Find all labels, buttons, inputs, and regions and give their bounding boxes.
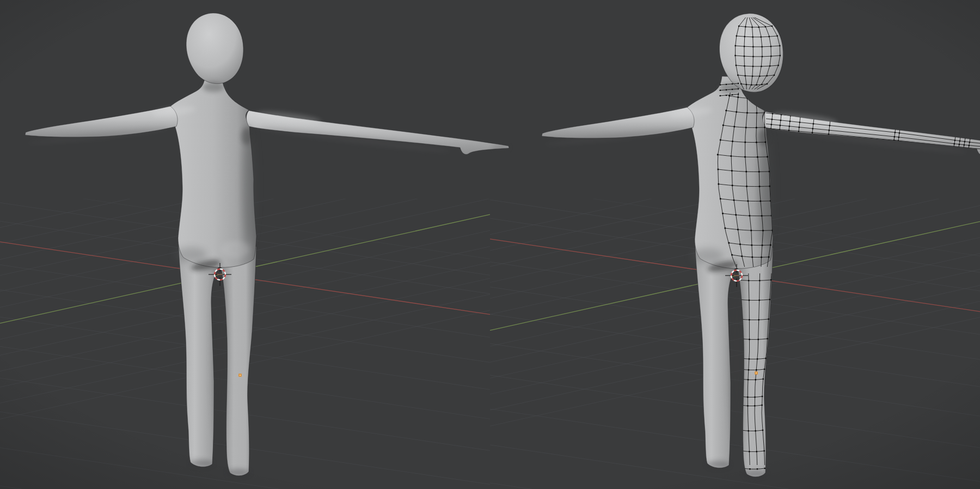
mesh-vertex[interactable] [767, 338, 768, 339]
mesh-vertex[interactable] [728, 242, 730, 244]
mesh-vertex[interactable] [761, 215, 763, 217]
mesh-vertex[interactable] [748, 369, 749, 370]
mesh-vertex[interactable] [761, 256, 762, 258]
mesh-vertex[interactable] [762, 430, 763, 431]
mesh-vertex[interactable] [747, 396, 748, 398]
mesh-vertex[interactable] [739, 243, 741, 245]
selected-vertex[interactable] [755, 371, 758, 375]
mesh-vertex[interactable] [764, 468, 765, 469]
mesh-vertex[interactable] [755, 379, 756, 380]
mesh-vertex[interactable] [749, 299, 750, 301]
mesh-vertex[interactable] [959, 144, 960, 145]
mesh-vertex[interactable] [788, 130, 789, 131]
mesh-vertex[interactable] [738, 94, 739, 95]
mesh-vertex[interactable] [768, 256, 770, 258]
mesh-vertex[interactable] [726, 89, 727, 90]
mesh-vertex[interactable] [749, 319, 750, 320]
mesh-vertex[interactable] [799, 122, 800, 123]
mesh-vertex[interactable] [726, 84, 727, 85]
mesh-vertex[interactable] [758, 319, 759, 320]
mesh-vertex[interactable] [744, 142, 746, 143]
mesh-vertex[interactable] [732, 140, 733, 142]
mesh-vertex[interactable] [898, 137, 899, 138]
mesh-vertex[interactable] [718, 184, 720, 185]
mesh-vertex[interactable] [725, 110, 727, 112]
mesh-vertex[interactable] [756, 127, 757, 129]
mesh-vertex[interactable] [828, 133, 829, 135]
mesh-vertex[interactable] [732, 94, 733, 95]
mesh-vertex[interactable] [749, 358, 750, 359]
mesh-vertex[interactable] [741, 255, 743, 257]
selected-vertex[interactable] [238, 374, 242, 377]
mesh-vertex[interactable] [829, 125, 830, 126]
mesh-vertex[interactable] [770, 279, 771, 280]
mesh-vertex[interactable] [799, 127, 800, 128]
mesh-vertex[interactable] [732, 185, 733, 186]
mesh-vertex[interactable] [745, 171, 747, 173]
mesh-vertex[interactable] [722, 125, 724, 126]
mesh-vertex[interactable] [748, 430, 749, 431]
mesh-vertex[interactable] [748, 200, 749, 202]
mesh-vertex[interactable] [759, 280, 760, 281]
mesh-vertex[interactable] [751, 244, 753, 246]
mesh-vertex[interactable] [728, 95, 730, 97]
mesh-vertex[interactable] [964, 144, 965, 145]
mesh-vertex[interactable] [757, 156, 758, 158]
mesh-vertex[interactable] [756, 369, 757, 370]
mesh-vertex[interactable] [732, 83, 733, 84]
mesh-vertex[interactable] [718, 169, 719, 170]
mesh-vertex[interactable] [748, 280, 749, 281]
mesh-vertex[interactable] [771, 124, 772, 125]
mesh-vertex[interactable] [746, 186, 748, 187]
mesh-vertex[interactable] [762, 244, 763, 246]
mesh-vertex[interactable] [763, 378, 764, 380]
mesh-vertex[interactable] [736, 111, 737, 113]
mesh-vertex[interactable] [764, 450, 765, 451]
mesh-vertex[interactable] [735, 214, 737, 216]
mesh-vertex[interactable] [758, 171, 760, 173]
mesh-vertex[interactable] [969, 145, 970, 146]
mesh-vertex[interactable] [768, 319, 769, 320]
mesh-vertex[interactable] [772, 113, 773, 114]
mesh-vertex[interactable] [812, 132, 813, 133]
mesh-vertex[interactable] [747, 405, 748, 406]
mesh-vertex[interactable] [757, 468, 758, 469]
mesh-vertex[interactable] [812, 128, 813, 129]
mesh-vertex[interactable] [749, 215, 751, 217]
mesh-vertex[interactable] [969, 142, 970, 143]
mesh-vertex[interactable] [754, 396, 755, 398]
mesh-vertex[interactable] [954, 143, 955, 144]
mesh-vertex[interactable] [744, 156, 746, 158]
mesh-vertex[interactable] [737, 229, 739, 230]
mesh-vertex[interactable] [720, 90, 721, 91]
mesh-vertex[interactable] [762, 230, 764, 231]
mesh-vertex[interactable] [755, 430, 756, 431]
mesh-vertex[interactable] [717, 154, 719, 156]
mesh-vertex[interactable] [789, 121, 791, 122]
mesh-vertex[interactable] [737, 96, 739, 98]
mesh-vertex[interactable] [769, 171, 770, 173]
mesh-vertex[interactable] [733, 199, 735, 201]
mesh-vertex[interactable] [750, 230, 752, 231]
mesh-vertex[interactable] [754, 405, 755, 406]
mesh-vertex[interactable] [756, 112, 758, 114]
mesh-vertex[interactable] [762, 396, 763, 397]
mesh-vertex[interactable] [764, 369, 765, 370]
mesh-vertex[interactable] [756, 451, 757, 452]
mesh-vertex[interactable] [765, 358, 766, 359]
mesh-vertex[interactable] [756, 142, 757, 143]
mesh-vertex[interactable] [813, 123, 814, 124]
mesh-vertex[interactable] [894, 136, 895, 137]
mesh-vertex[interactable] [751, 256, 753, 258]
mesh-vertex[interactable] [745, 127, 747, 129]
mesh-vertex[interactable] [769, 186, 771, 187]
mesh-vertex[interactable] [964, 141, 965, 142]
mesh-vertex[interactable] [829, 130, 830, 131]
mesh-vertex[interactable] [899, 132, 900, 133]
mesh-vertex[interactable] [731, 170, 733, 172]
mesh-vertex[interactable] [749, 339, 750, 340]
mesh-vertex[interactable] [780, 125, 781, 126]
mesh-vertex[interactable] [746, 112, 748, 114]
mesh-vertex[interactable] [731, 254, 733, 256]
viewport-canvas[interactable] [0, 0, 980, 489]
